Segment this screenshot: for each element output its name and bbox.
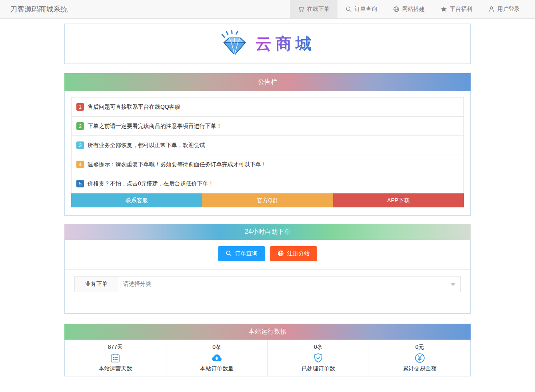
main-nav: 在线下单 订单查询 网站搭建 平台福利 bbox=[290, 0, 535, 18]
nav-item-site-build[interactable]: 网站搭建 bbox=[385, 0, 433, 18]
star-icon bbox=[441, 6, 447, 12]
announcement-section: 公告栏 1 售后问题可直接联系平台在线QQ客服 2 下单之前请一定要看完该商品的… bbox=[64, 73, 471, 216]
app-download-button[interactable]: APP下载 bbox=[333, 193, 464, 207]
cloud-upload-icon bbox=[211, 353, 222, 363]
announcement-panel: 1 售后问题可直接联系平台在线QQ客服 2 下单之前请一定要看完该商品的注意事项… bbox=[64, 91, 471, 216]
self-order-header: 24小时自助下单 bbox=[64, 224, 471, 240]
stat-order-count: 0条 本站订单数量 bbox=[166, 340, 268, 376]
nav-item-order-query[interactable]: 订单查询 bbox=[337, 0, 385, 18]
announcement-badge: 3 bbox=[76, 141, 84, 149]
chevron-down-icon bbox=[451, 283, 455, 286]
site-logo-card: 云商城 bbox=[64, 24, 471, 64]
globe-icon bbox=[393, 6, 399, 12]
announcement-item: 1 售后问题可直接联系平台在线QQ客服 bbox=[71, 97, 464, 117]
search-icon bbox=[345, 6, 352, 12]
nav-item-label: 用户登录 bbox=[497, 6, 520, 13]
nav-item-label: 网站搭建 bbox=[402, 6, 425, 13]
announcement-badge: 4 bbox=[76, 161, 84, 168]
order-form: 业务下单 请选择分类 bbox=[65, 270, 470, 313]
announcement-header: 公告栏 bbox=[64, 73, 471, 91]
announcement-badge: 5 bbox=[76, 180, 84, 187]
self-order-panel: 订单查询 注册分站 业务下单 请选择分类 bbox=[64, 240, 471, 314]
yuan-circle-icon bbox=[415, 353, 425, 363]
user-icon bbox=[488, 6, 495, 12]
order-query-button[interactable]: 订单查询 bbox=[218, 246, 265, 261]
register-substation-button[interactable]: 注册分站 bbox=[270, 246, 317, 261]
site-logo-text: 云商城 bbox=[256, 33, 315, 55]
category-select[interactable]: 请选择分类 bbox=[118, 276, 461, 292]
official-qq-group-button[interactable]: 官方Q群 bbox=[202, 193, 333, 207]
category-form-row: 业务下单 请选择分类 bbox=[74, 276, 461, 292]
announcement-item: 2 下单之前请一定要看完该商品的注意事项再进行下单！ bbox=[71, 116, 464, 136]
brand-title[interactable]: 刀客源码商城系统 bbox=[0, 0, 68, 18]
announcement-buttons: 联系客服 官方Q群 APP下载 bbox=[71, 193, 464, 207]
announcement-item: 3 所有业务全部恢复，都可以正常下单，欢迎尝试 bbox=[71, 135, 464, 155]
nav-item-online-order[interactable]: 在线下单 bbox=[290, 0, 337, 18]
cart-icon bbox=[298, 6, 304, 12]
globe-icon bbox=[277, 250, 284, 258]
announcement-item: 4 温馨提示：请勿重复下单哦！必须要等待前面任务订单完成才可以下单！ bbox=[71, 155, 464, 174]
self-order-buttons: 订单查询 注册分站 bbox=[65, 240, 470, 270]
shield-check-icon bbox=[313, 353, 323, 363]
announcement-list: 1 售后问题可直接联系平台在线QQ客服 2 下单之前请一定要看完该商品的注意事项… bbox=[71, 97, 464, 193]
nav-item-user-login[interactable]: 用户登录 bbox=[480, 0, 528, 18]
contact-service-button[interactable]: 联系客服 bbox=[71, 193, 202, 207]
stat-running-days: 877天 本站运营天数 bbox=[65, 340, 166, 376]
announcement-item: 5 价格贵？不怕，点击0元搭建，在后台超低价下单！ bbox=[71, 174, 464, 193]
nav-item-label: 订单查询 bbox=[355, 6, 377, 13]
page-container: 云商城 公告栏 1 售后问题可直接联系平台在线QQ客服 2 下单之前请一定要看完… bbox=[64, 24, 471, 376]
site-stats-section: 本站运行数据 877天 本站运营天数 0条 bbox=[64, 324, 471, 376]
nav-item-label: 平台福利 bbox=[450, 6, 472, 13]
stat-processed-orders: 0条 已处理订单数 bbox=[268, 340, 369, 376]
site-stats-header: 本站运行数据 bbox=[64, 324, 471, 340]
search-icon bbox=[226, 250, 232, 258]
category-select-value: 请选择分类 bbox=[123, 281, 151, 288]
self-order-section: 24小时自助下单 订单查询 bbox=[64, 224, 471, 314]
site-stats-row: 877天 本站运营天数 0条 bbox=[64, 340, 471, 376]
diamond-logo-icon bbox=[220, 30, 249, 58]
stat-total-amount: 0元 累计交易金额 bbox=[369, 340, 470, 376]
announcement-badge: 2 bbox=[76, 122, 84, 130]
nav-item-label: 在线下单 bbox=[307, 6, 329, 13]
calendar-icon bbox=[110, 353, 120, 363]
nav-item-platform-benefits[interactable]: 平台福利 bbox=[433, 0, 480, 18]
top-navbar: 刀客源码商城系统 在线下单 订单查询 bbox=[0, 0, 535, 19]
category-label: 业务下单 bbox=[74, 276, 118, 292]
announcement-badge: 1 bbox=[76, 103, 84, 111]
